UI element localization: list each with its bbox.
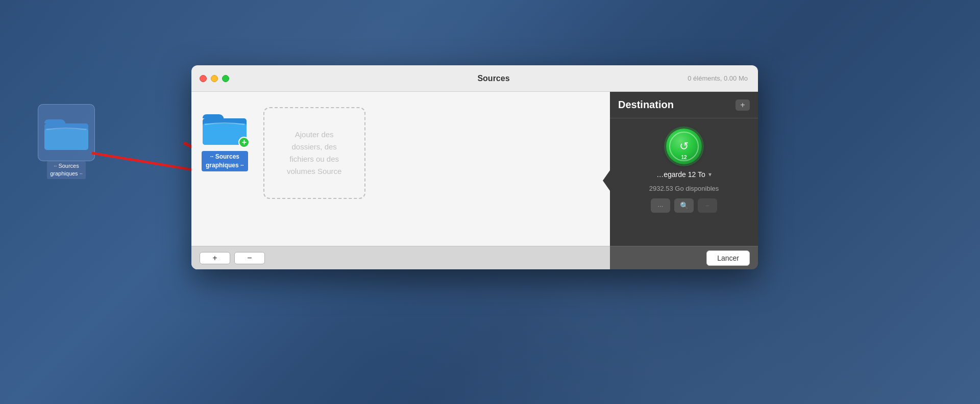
maximize-button[interactable] [222,75,229,82]
drop-zone[interactable]: Ajouter des dossiers, des fichiers ou de… [263,107,365,199]
drive-available-text: 2932.53 Go disponibles [649,185,719,192]
destination-add-button[interactable]: + [736,99,750,111]
remove-source-button[interactable]: − [234,252,265,264]
traffic-lights [200,75,229,82]
add-source-button[interactable]: + [200,252,230,264]
tm-number: 12 [681,155,687,160]
chevron-down-icon: ▾ [708,171,712,178]
source-folder-item[interactable]: + ·· Sources graphiques ·· [202,107,248,171]
destination-search-button[interactable]: 🔍 [674,198,694,213]
desktop-folder-label: ·· Sources graphiques ·· [47,161,86,179]
destination-bottom-bar: Lancer [610,246,758,269]
launch-button[interactable]: Lancer [706,250,750,266]
add-badge: + [238,137,250,148]
drop-zone-text: Ajouter des dossiers, des fichiers ou de… [287,129,342,178]
desktop-folder[interactable]: ·· Sources graphiques ·· [41,107,92,179]
sources-info: 0 éléments, 0.00 Mo [688,74,748,82]
destination-actions: ··· 🔍 − [651,198,717,213]
source-folder-label: ·· Sources graphiques ·· [202,151,248,171]
main-window: Sources 0 éléments, 0.00 Mo [191,65,758,269]
drive-selector[interactable]: …egarde 12 To ▾ [656,170,711,179]
sources-content: + ·· Sources graphiques ·· Ajouter des d… [191,92,610,246]
destination-titlebar: Destination + [610,92,758,118]
sources-panel: + ·· Sources graphiques ·· Ajouter des d… [191,92,610,269]
drive-name: …egarde 12 To [656,170,705,179]
search-icon: 🔍 [680,201,689,210]
window-body: + ·· Sources graphiques ·· Ajouter des d… [191,92,758,269]
time-machine-icon: ↺ 12 [666,129,702,164]
destination-content: ↺ 12 …egarde 12 To ▾ 2932.53 Go disponib… [610,118,758,246]
source-folder-icon: + [202,107,248,148]
destination-remove-button[interactable]: − [698,198,717,213]
titlebar: Sources 0 éléments, 0.00 Mo [191,65,758,92]
desktop-folder-icon [41,107,92,158]
sources-bottom-bar: + − [191,246,610,269]
tm-arrow-icon: ↺ [679,140,689,153]
close-button[interactable] [200,75,207,82]
destination-options-button[interactable]: ··· [651,198,670,213]
destination-title: Destination [618,99,674,111]
sources-title: Sources [237,74,750,83]
destination-panel: Destination + ↺ 12 …egarde 12 To ▾ [610,92,758,269]
minimize-button[interactable] [211,75,218,82]
